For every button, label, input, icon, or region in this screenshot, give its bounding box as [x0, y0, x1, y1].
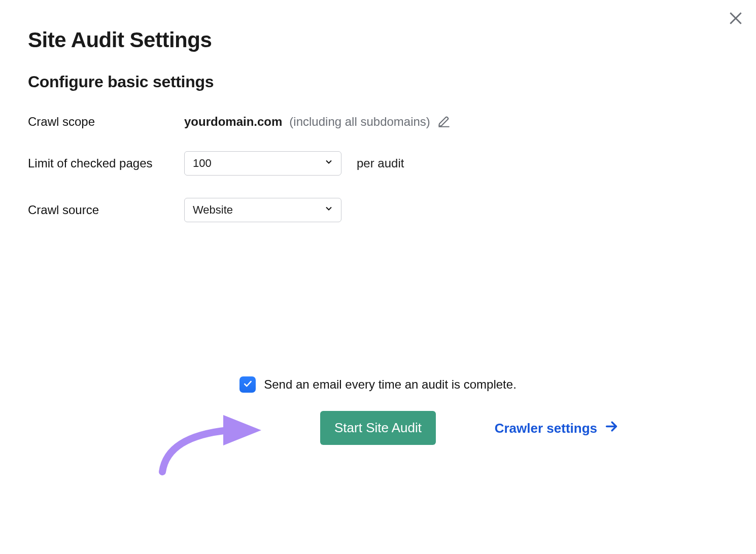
edit-crawl-scope-button[interactable] — [437, 115, 451, 128]
crawl-scope-note: (including all subdomains) — [289, 115, 430, 129]
crawler-settings-link-label: Crawler settings — [495, 420, 597, 436]
crawl-source-row: Crawl source Website — [28, 198, 728, 222]
crawl-scope-label: Crawl scope — [28, 115, 184, 129]
site-audit-settings-modal: Site Audit Settings Configure basic sett… — [0, 0, 756, 554]
pencil-icon — [437, 117, 451, 131]
chevron-down-icon — [324, 157, 334, 170]
crawler-settings-link[interactable]: Crawler settings — [495, 419, 618, 437]
crawl-source-select[interactable]: Website — [184, 198, 341, 222]
check-icon — [243, 378, 253, 391]
limit-pages-selected-value: 100 — [193, 157, 212, 170]
start-site-audit-button[interactable]: Start Site Audit — [320, 411, 436, 445]
section-title: Configure basic settings — [28, 73, 728, 91]
modal-footer: Send an email every time an audit is com… — [0, 376, 756, 445]
crawl-scope-row: Crawl scope yourdomain.com (including al… — [28, 115, 728, 129]
crawl-source-label: Crawl source — [28, 203, 184, 217]
email-notify-label: Send an email every time an audit is com… — [264, 377, 517, 392]
limit-pages-row: Limit of checked pages 100 per audit — [28, 151, 728, 176]
limit-pages-select[interactable]: 100 — [184, 151, 341, 176]
modal-title: Site Audit Settings — [28, 28, 728, 52]
crawl-source-value-group: Website — [184, 198, 341, 222]
limit-pages-label: Limit of checked pages — [28, 156, 184, 170]
crawl-scope-domain: yourdomain.com — [184, 115, 282, 129]
close-button[interactable] — [726, 9, 746, 29]
email-notify-row: Send an email every time an audit is com… — [28, 376, 728, 393]
chevron-down-icon — [324, 203, 334, 217]
crawl-source-selected-value: Website — [193, 203, 233, 217]
email-notify-checkbox[interactable] — [239, 376, 256, 393]
limit-pages-suffix: per audit — [357, 156, 404, 170]
limit-pages-value-group: 100 per audit — [184, 151, 404, 176]
close-icon — [728, 10, 744, 28]
crawl-scope-value: yourdomain.com (including all subdomains… — [184, 115, 451, 129]
action-row: Start Site Audit Crawler settings — [28, 411, 728, 445]
arrow-right-icon — [604, 419, 618, 437]
